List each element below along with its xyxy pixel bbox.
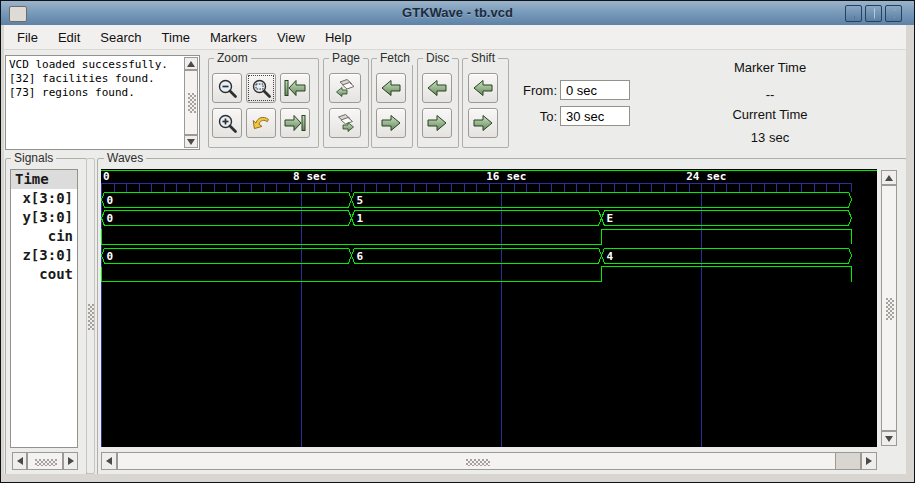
wave-row-cin[interactable]	[102, 229, 852, 244]
bus-value: 5	[357, 194, 364, 207]
from-input[interactable]	[560, 80, 630, 100]
minimize-button[interactable]	[845, 5, 862, 22]
title-bar[interactable]: GTKWave - tb.vcd	[1, 1, 914, 26]
page-right-icon	[333, 112, 357, 134]
wave-row-y-3-0[interactable]: 01E	[102, 211, 852, 226]
menu-item-markers[interactable]: Markers	[200, 27, 267, 48]
waves-hscrollbar	[101, 452, 877, 470]
zoom-to-start-button[interactable]	[280, 73, 310, 103]
signal-item-cout[interactable]: cout	[11, 265, 77, 284]
timeline-label-24: 24	[686, 170, 700, 183]
arrow-left-icon	[106, 457, 112, 465]
timeline-label-16: 16	[486, 170, 500, 183]
wave-area[interactable]: 08sec16sec24sec0501E064	[101, 169, 877, 447]
zoom-group: Zoom	[208, 58, 319, 148]
zoom-undo-button[interactable]	[246, 108, 276, 138]
signal-item-z-3-0[interactable]: z[3:0]	[11, 246, 77, 265]
menu-bar: FileEditSearchTimeMarkersViewHelp	[1, 25, 914, 50]
window-left-edge[interactable]	[1, 25, 4, 474]
shift-right-button[interactable]	[468, 108, 498, 138]
timeline-label-0: 0	[103, 170, 110, 183]
zoom-to-end-button[interactable]	[280, 108, 310, 138]
grip-dots	[188, 93, 196, 113]
wave-canvas[interactable]: 08sec16sec24sec0501E064	[101, 169, 877, 447]
arrow-left-icon	[17, 457, 23, 465]
fetch-right-button[interactable]	[376, 108, 406, 138]
signal-item-y-3-0[interactable]: y[3:0]	[11, 208, 77, 227]
wave-row-x-3-0[interactable]: 05	[102, 192, 852, 207]
signals-scroll-left-button[interactable]	[12, 452, 27, 470]
status-scroll-up-button[interactable]	[184, 57, 198, 70]
zoom-fit-icon	[250, 77, 272, 99]
from-label: From:	[495, 83, 557, 98]
waves-vscroll-thumb[interactable]	[881, 185, 897, 431]
page-right-button[interactable]	[329, 108, 361, 138]
waves-scroll-up-button[interactable]	[881, 170, 897, 185]
zoom-in-button[interactable]	[212, 108, 242, 138]
signal-item-time[interactable]: Time	[11, 170, 77, 189]
minimize-icon	[852, 6, 855, 21]
zoom-out-button[interactable]	[212, 73, 242, 103]
maximize-button[interactable]	[865, 5, 882, 22]
status-scroll-down-button[interactable]	[184, 135, 198, 148]
arrow-right-icon	[471, 113, 495, 133]
timeline-unit-8: sec	[307, 170, 327, 183]
signals-scroll-thumb[interactable]	[27, 452, 63, 470]
waves-scroll-down-button[interactable]	[881, 431, 897, 446]
disc-left-button[interactable]	[422, 73, 452, 103]
menu-item-file[interactable]: File	[7, 27, 48, 48]
timeline-unit-16: sec	[507, 170, 527, 183]
waves-scroll-right-button[interactable]	[861, 452, 877, 470]
menu-item-search[interactable]: Search	[90, 27, 151, 48]
signal-item-x-3-0[interactable]: x[3:0]	[11, 189, 77, 208]
menu-item-time[interactable]: Time	[152, 27, 200, 48]
arrow-down-icon	[187, 139, 195, 145]
arrow-right-icon	[68, 457, 74, 465]
zoom-group-label: Zoom	[214, 51, 251, 65]
to-label: To:	[495, 109, 557, 124]
fetch-left-button[interactable]	[376, 73, 406, 103]
arrow-up-icon	[885, 175, 893, 181]
signal-item-cin[interactable]: cin	[11, 227, 77, 246]
page-left-button[interactable]	[329, 73, 361, 103]
pane-splitter[interactable]	[86, 158, 95, 474]
window-right-edge[interactable]	[906, 25, 914, 474]
marker-time-label: Marker Time	[650, 60, 890, 75]
arrow-right-icon	[379, 113, 403, 133]
close-button[interactable]	[885, 5, 902, 22]
bus-value: 1	[357, 212, 364, 225]
zoom-fit-button[interactable]	[246, 73, 276, 103]
window-title: GTKWave - tb.vcd	[1, 5, 914, 20]
status-scrollbar	[184, 57, 198, 148]
menu-item-view[interactable]: View	[267, 27, 315, 48]
grip-dots	[886, 298, 894, 320]
bus-value: 0	[107, 212, 114, 225]
shift-left-button[interactable]	[468, 73, 498, 103]
arrow-left-icon	[425, 78, 449, 98]
window-bottom-edge[interactable]	[1, 474, 914, 482]
arrow-left-bar-icon	[283, 78, 307, 98]
to-input[interactable]	[560, 106, 630, 126]
status-line: [73] regions found.	[9, 86, 168, 100]
fetch-group: Fetch	[371, 58, 413, 148]
disc-group-label: Disc	[423, 51, 452, 65]
page-group: Page	[323, 58, 369, 148]
signals-scroll-right-button[interactable]	[63, 452, 78, 470]
grip-dots	[466, 459, 490, 466]
menu-item-help[interactable]: Help	[315, 27, 362, 48]
arrow-right-bar-icon	[283, 113, 307, 133]
disc-group: Disc	[417, 58, 459, 148]
page-group-label: Page	[329, 51, 363, 65]
bus-segment	[352, 248, 602, 263]
disc-right-button[interactable]	[422, 108, 452, 138]
bit-trace	[102, 267, 852, 282]
waves-hscroll-thumb[interactable]	[117, 452, 836, 470]
menu-item-edit[interactable]: Edit	[48, 27, 90, 48]
wave-row-cout[interactable]	[102, 267, 852, 282]
signals-hscrollbar	[12, 452, 78, 470]
fetch-group-label: Fetch	[377, 51, 413, 65]
waves-scroll-left-button[interactable]	[101, 452, 117, 470]
wave-row-z-3-0[interactable]: 064	[102, 248, 852, 263]
bus-segment	[352, 211, 602, 226]
status-scroll-thumb[interactable]	[184, 70, 198, 135]
